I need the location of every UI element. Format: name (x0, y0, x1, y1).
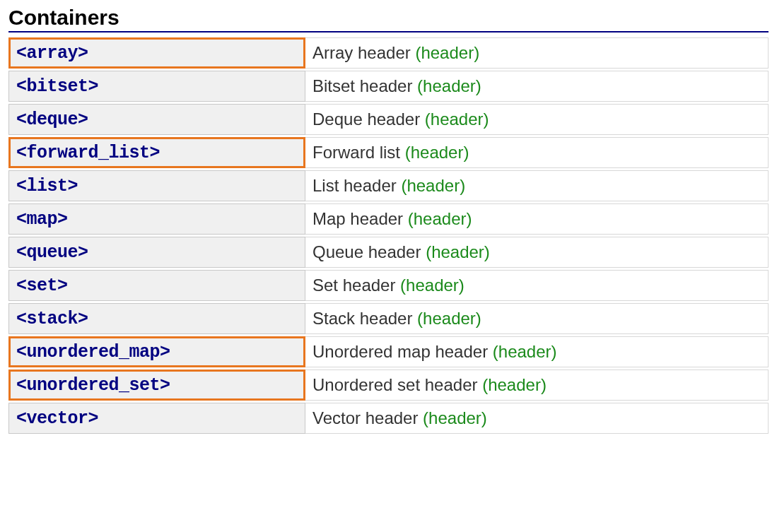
header-tag: (header) (426, 242, 490, 261)
table-row: <vector>Vector header (header) (8, 403, 769, 434)
table-row: <unordered_set>Unordered set header (hea… (8, 370, 769, 401)
header-tag: (header) (417, 309, 481, 328)
header-desc-cell: Map header (header) (305, 203, 769, 235)
header-description: Stack header (312, 309, 412, 328)
header-tag: (header) (405, 143, 469, 162)
header-tag: (header) (417, 76, 481, 95)
header-description: List header (312, 176, 397, 195)
header-name: <unordered_map> (16, 342, 170, 362)
table-row: <queue>Queue header (header) (8, 237, 769, 268)
header-desc-cell: Forward list (header) (305, 137, 769, 168)
header-name: <map> (16, 209, 68, 230)
table-row: <list>List header (header) (8, 170, 769, 201)
header-description: Forward list (312, 143, 400, 162)
table-row: <set>Set header (header) (8, 270, 769, 301)
header-name-cell[interactable]: <stack> (8, 303, 305, 334)
header-description: Vector header (312, 408, 418, 427)
header-name-cell[interactable]: <unordered_set> (8, 370, 305, 401)
header-desc-cell: Deque header (header) (305, 104, 769, 135)
header-name-cell[interactable]: <queue> (8, 237, 305, 268)
table-row: <unordered_map>Unordered map header (hea… (8, 336, 769, 367)
header-tag: (header) (400, 276, 465, 295)
header-tag: (header) (408, 209, 472, 228)
header-tag: (header) (401, 176, 465, 195)
header-description: Unordered map header (312, 342, 488, 361)
header-description: Set header (312, 276, 395, 295)
header-name-cell[interactable]: <array> (8, 37, 305, 69)
header-description: Queue header (312, 242, 421, 261)
header-name: <list> (16, 176, 78, 196)
header-desc-cell: Unordered map header (header) (305, 336, 769, 367)
header-tag: (header) (423, 408, 487, 427)
containers-table: <array>Array header (header)<bitset>Bits… (8, 35, 769, 436)
table-row: <array>Array header (header) (8, 37, 769, 69)
header-name-cell[interactable]: <set> (8, 270, 305, 301)
table-row: <forward_list>Forward list (header) (8, 137, 769, 168)
header-desc-cell: List header (header) (305, 170, 769, 201)
header-name-cell[interactable]: <list> (8, 170, 305, 201)
header-tag: (header) (482, 375, 547, 394)
header-name-cell[interactable]: <forward_list> (8, 137, 305, 168)
header-name: <set> (16, 276, 68, 296)
header-description: Bitset header (312, 76, 412, 95)
header-description: Array header (312, 43, 411, 62)
header-name: <stack> (16, 309, 88, 329)
header-tag: (header) (425, 110, 489, 129)
header-name-cell[interactable]: <vector> (8, 403, 305, 434)
header-name: <queue> (16, 242, 88, 263)
header-name: <vector> (16, 408, 98, 429)
header-description: Deque header (312, 110, 420, 129)
table-row: <deque>Deque header (header) (8, 104, 769, 135)
header-description: Map header (312, 209, 403, 228)
header-tag: (header) (493, 342, 557, 361)
header-name-cell[interactable]: <deque> (8, 104, 305, 135)
header-desc-cell: Array header (header) (305, 37, 769, 69)
header-desc-cell: Queue header (header) (305, 237, 769, 268)
header-name: <forward_list> (16, 143, 160, 163)
header-name: <deque> (16, 110, 88, 130)
table-row: <map>Map header (header) (8, 203, 769, 235)
header-name-cell[interactable]: <unordered_map> (8, 336, 305, 367)
header-desc-cell: Bitset header (header) (305, 71, 769, 102)
header-desc-cell: Stack header (header) (305, 303, 769, 334)
header-desc-cell: Unordered set header (header) (305, 370, 769, 401)
header-desc-cell: Set header (header) (305, 270, 769, 301)
header-name: <unordered_set> (16, 375, 170, 396)
header-name: <bitset> (16, 76, 98, 97)
header-description: Unordered set header (312, 375, 477, 394)
table-row: <stack>Stack header (header) (8, 303, 769, 334)
header-desc-cell: Vector header (header) (305, 403, 769, 434)
table-row: <bitset>Bitset header (header) (8, 71, 769, 102)
header-name-cell[interactable]: <map> (8, 203, 305, 235)
section-title: Containers (8, 6, 769, 32)
header-name-cell[interactable]: <bitset> (8, 71, 305, 102)
header-name: <array> (16, 43, 88, 64)
header-tag: (header) (415, 43, 479, 62)
